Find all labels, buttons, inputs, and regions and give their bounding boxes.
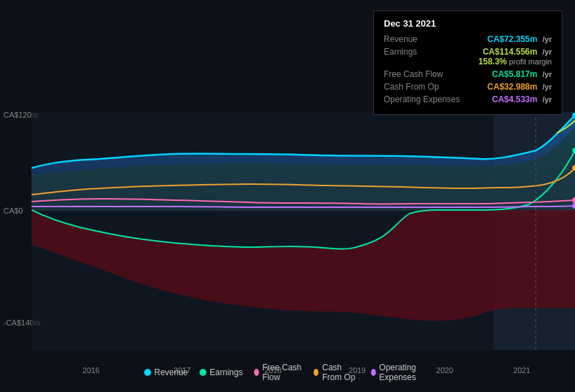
legend-fcf: Free Cash Flow [254,363,303,382]
legend-label-revenue: Revenue [154,368,188,377]
tooltip-label-revenue: Revenue [384,34,468,44]
legend-label-fcf: Free Cash Flow [262,363,303,382]
legend-cashfromop: Cash From Op [314,363,359,382]
tooltip-row-revenue: Revenue CA$72.355m /yr [384,34,552,44]
tooltip-label-cashfromop: Cash From Op [384,82,468,92]
tooltip-value-fcf: CA$5.817m /yr [492,69,552,79]
profit-margin: 158.3% [478,57,507,66]
chart-svg [32,112,575,350]
tooltip-label-fcf: Free Cash Flow [384,69,468,79]
legend-label-earnings: Earnings [209,368,242,377]
tooltip-row-opex: Operating Expenses CA$4.533m /yr [384,94,552,104]
chart-container: Dec 31 2021 Revenue CA$72.355m /yr Earni… [0,0,575,392]
tooltip-value-opex: CA$4.533m /yr [492,94,552,104]
legend-dot-earnings [199,369,206,376]
tooltip-value-cashfromop: CA$32.988m /yr [487,82,552,92]
x-label-2016: 2016 [83,366,99,374]
legend-dot-revenue [144,369,151,376]
legend-opex: Operating Expenses [370,363,431,382]
legend-label-cashfromop: Cash From Op [322,363,360,382]
tooltip-label-earnings: Earnings [384,47,468,57]
tooltip-label-opex: Operating Expenses [384,94,468,104]
legend-label-opex: Operating Expenses [379,363,431,382]
tooltip-box: Dec 31 2021 Revenue CA$72.355m /yr Earni… [373,10,562,115]
legend-dot-cashfromop [314,369,319,376]
legend-earnings: Earnings [199,368,242,377]
tooltip-value-earnings: CA$114.556m /yr [483,47,552,57]
legend: Revenue Earnings Free Cash Flow Cash Fro… [144,358,431,386]
y-label-zero: CA$0 [4,206,23,215]
tooltip-row-earnings: Earnings CA$114.556m /yr 158.3% profit m… [384,47,552,66]
profit-sub: profit margin [507,57,552,66]
tooltip-row-fcf: Free Cash Flow CA$5.817m /yr [384,69,552,79]
legend-revenue: Revenue [144,368,188,377]
x-label-2021: 2021 [513,366,530,374]
legend-dot-fcf [254,369,259,376]
tooltip-date: Dec 31 2021 [384,18,552,29]
x-label-2020: 2020 [436,366,453,374]
tooltip-value-revenue: CA$72.355m /yr [487,34,552,44]
tooltip-row-cashfromop: Cash From Op CA$32.988m /yr [384,82,552,92]
legend-dot-opex [370,369,375,376]
